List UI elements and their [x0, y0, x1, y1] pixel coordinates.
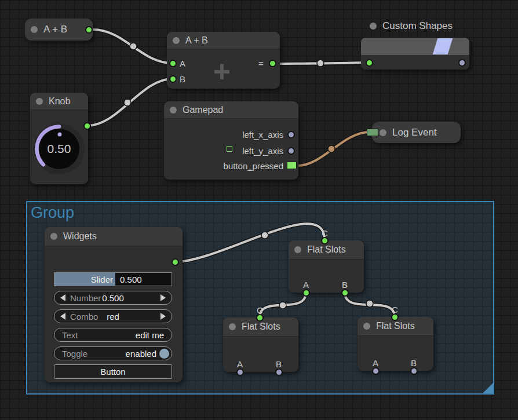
input-slot-b[interactable]: [169, 75, 177, 83]
output-slot[interactable]: [83, 122, 91, 130]
node-collapse-dot-icon[interactable]: [50, 233, 57, 240]
event-input-slot[interactable]: [367, 129, 378, 136]
node-collapse-dot-icon[interactable]: [170, 107, 177, 114]
output-slot-b[interactable]: [275, 368, 283, 376]
node-collapse-dot-icon[interactable]: [363, 323, 370, 330]
node-flat-slots-left[interactable]: Flat Slots C A B: [223, 317, 298, 372]
custom-shape-parallelogram: [433, 38, 453, 54]
output-slot-b[interactable]: [410, 367, 418, 375]
slider-value: 0.500: [120, 275, 142, 284]
slot-label-b: B: [276, 359, 282, 369]
toggle-widget[interactable]: Toggle enabled: [54, 346, 172, 360]
input-slot-c[interactable]: [256, 314, 264, 322]
output-label-left-y-axis: left_y_axis: [242, 146, 283, 156]
node-collapse-dot-icon[interactable]: [173, 37, 180, 44]
node-collapse-dot-icon[interactable]: [380, 129, 386, 136]
node-collapse-dot-icon[interactable]: [294, 246, 301, 253]
node-collapse-dot-icon[interactable]: [229, 323, 236, 330]
node-ab-collapsed[interactable]: A + B: [25, 19, 93, 41]
number-widget[interactable]: Number 0.500: [54, 291, 172, 305]
output-slot-a[interactable]: [372, 367, 380, 375]
output-slot[interactable]: [458, 59, 466, 67]
wire-ab-collapsed-to-a[interactable]: [93, 30, 173, 63]
slot-label-a: A: [237, 359, 243, 369]
group-title[interactable]: Group: [27, 202, 493, 222]
button-widget[interactable]: Button: [54, 364, 172, 379]
output-slot-b[interactable]: [341, 289, 349, 297]
node-ab[interactable]: A + B A B = +: [167, 32, 280, 89]
wire-ab-to-custom-shapes[interactable]: [272, 60, 369, 67]
text-value: edit me: [136, 330, 164, 340]
text-widget[interactable]: Text edit me: [54, 328, 172, 342]
button-label: Button: [100, 367, 125, 377]
event-output-slot[interactable]: [287, 162, 297, 169]
input-slot-c[interactable]: [391, 313, 399, 321]
node-widgets[interactable]: Widgets Slider 0.500 Number 0.500 Combo …: [45, 227, 183, 382]
changed-marker-icon: [227, 146, 232, 152]
input-slot-c[interactable]: [321, 237, 329, 244]
node-title: Knob: [49, 96, 70, 107]
input-slot[interactable]: [366, 59, 373, 67]
node-gamepad[interactable]: Gamepad left_x_axis left_y_axis button_p…: [164, 101, 298, 180]
node-title: Widgets: [63, 231, 97, 242]
slot-label-a: A: [373, 358, 378, 368]
wire-gamepad-to-log-event[interactable]: [297, 132, 370, 166]
node-title: Flat Slots: [307, 244, 346, 255]
node-title: A + B: [185, 35, 208, 46]
slot-label-a: A: [303, 280, 309, 290]
slider-fill[interactable]: Slider: [54, 273, 115, 286]
output-slot-left-y-axis[interactable]: [287, 147, 295, 155]
knob-value: 0.50: [48, 142, 71, 156]
output-label-equals: =: [258, 59, 264, 68]
node-collapse-dot-icon[interactable]: [370, 23, 377, 30]
knob-dial[interactable]: 0.50: [39, 129, 79, 169]
group-resize-handle-icon[interactable]: [483, 383, 493, 393]
node-title: A + B: [43, 24, 67, 35]
text-label: Text: [62, 330, 78, 340]
output-label-left-x-axis: left_x_axis: [242, 130, 283, 140]
combo-widget[interactable]: Combo red: [54, 309, 172, 323]
combo-value: red: [54, 312, 172, 322]
slider-label: Slider: [91, 275, 115, 284]
output-label-button-pressed: button_pressed: [224, 161, 283, 171]
wire-knob-to-b[interactable]: [87, 79, 173, 126]
output-slot-left-x-axis[interactable]: [287, 131, 295, 138]
output-slot[interactable]: [269, 60, 276, 67]
input-label-a: A: [180, 59, 185, 68]
slider-widget[interactable]: Slider 0.500: [54, 272, 172, 286]
node-title: Custom Shapes: [382, 20, 453, 32]
floating-title: Custom Shapes: [364, 20, 453, 32]
input-slot-a[interactable]: [169, 60, 177, 67]
output-slot-a[interactable]: [236, 368, 244, 376]
node-collapse-dot-icon[interactable]: [36, 98, 43, 105]
output-slot[interactable]: [172, 258, 179, 266]
node-title: Log Event: [392, 127, 437, 138]
node-flat-slots-right[interactable]: Flat Slots C A B: [358, 317, 433, 371]
node-knob[interactable]: Knob 0.50: [30, 93, 88, 184]
output-slot-a[interactable]: [302, 289, 310, 297]
node-log-event[interactable]: Log Event: [372, 122, 461, 143]
node-flat-slots-top[interactable]: Flat Slots C A B: [289, 240, 364, 293]
node-custom-shapes[interactable]: Custom Shapes: [361, 38, 469, 70]
input-label-b: B: [180, 74, 185, 84]
slot-label-b: B: [411, 358, 417, 368]
custom-body: [361, 55, 469, 70]
toggle-label: Toggle: [62, 349, 87, 359]
node-title: Gamepad: [183, 105, 223, 115]
number-value: 0.500: [54, 293, 172, 303]
node-title: Flat Slots: [376, 321, 415, 331]
toggle-knob-icon[interactable]: [159, 349, 169, 359]
plus-operator-icon: +: [202, 56, 242, 86]
custom-title-bar[interactable]: [361, 38, 469, 55]
node-collapse-dot-icon[interactable]: [31, 26, 38, 33]
output-slot[interactable]: [85, 26, 93, 34]
node-title: Flat Slots: [242, 322, 280, 332]
toggle-value: enabled: [126, 349, 156, 359]
slot-label-b: B: [342, 280, 348, 290]
